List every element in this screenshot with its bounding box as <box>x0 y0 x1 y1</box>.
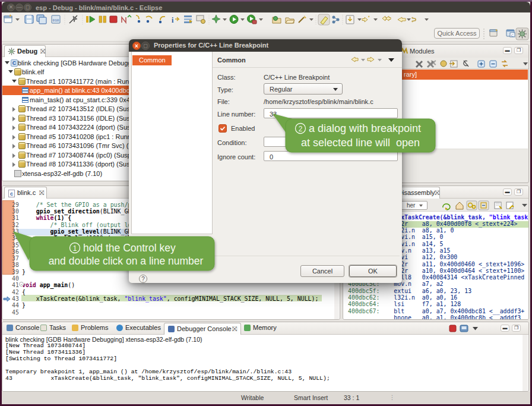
svg-text:hold the Control key: hold the Control key <box>83 242 176 254</box>
svg-text:a dialog with breakpoint: a dialog with breakpoint <box>309 122 421 134</box>
svg-text:1: 1 <box>73 244 77 253</box>
svg-text:2: 2 <box>299 125 303 133</box>
svg-text:at selected line will open: at selected line will open <box>301 137 420 149</box>
svg-text:and double click on a line num: and double click on a line number <box>49 255 204 267</box>
